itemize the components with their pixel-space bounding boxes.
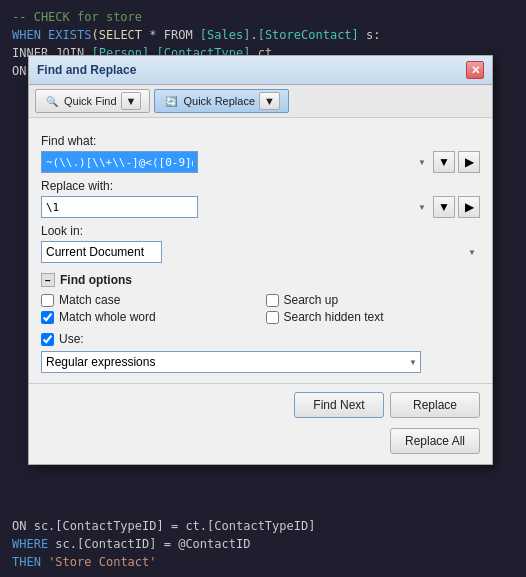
replace-with-dropdown-btn[interactable]: ▼ (433, 196, 455, 218)
match-whole-word-checkbox[interactable] (41, 311, 54, 324)
replace-icon: 🔄 (163, 93, 179, 109)
binoculars-icon: 🔍 (44, 93, 60, 109)
match-case-label: Match case (59, 293, 120, 307)
replace-with-input[interactable] (41, 196, 198, 218)
match-case-row: Match case (41, 293, 256, 307)
footer-second-row: Replace All (29, 428, 492, 464)
quick-replace-dropdown[interactable]: ▼ (259, 92, 280, 110)
quick-replace-button[interactable]: 🔄 Quick Replace ▼ (154, 89, 288, 113)
code-line-2: WHEN EXISTS(SELECT * FROM [Sales].[Store… (12, 26, 514, 44)
use-row: Use: (41, 332, 480, 346)
dialog-toolbar: 🔍 Quick Find ▼ 🔄 Quick Replace ▼ (29, 85, 492, 118)
replace-all-button[interactable]: Replace All (390, 428, 480, 454)
dialog-title: Find and Replace (37, 63, 136, 77)
collapse-options-btn[interactable]: − (41, 273, 55, 287)
dialog-titlebar: Find and Replace ✕ (29, 56, 492, 85)
dialog-close-button[interactable]: ✕ (466, 61, 484, 79)
search-up-row: Search up (266, 293, 481, 307)
bottom-line-1: ON sc.[ContactTypeID] = ct.[ContactTypeI… (12, 517, 514, 535)
match-whole-word-label: Match whole word (59, 310, 156, 324)
look-in-row: Current Document Current Block All Open … (41, 241, 480, 263)
find-what-dropdown-btn[interactable]: ▼ (433, 151, 455, 173)
search-hidden-checkbox[interactable] (266, 311, 279, 324)
quick-find-dropdown[interactable]: ▼ (121, 92, 142, 110)
find-next-button[interactable]: Find Next (294, 392, 384, 418)
use-checkbox[interactable] (41, 333, 54, 346)
find-what-row: ▼ ▶ (41, 151, 480, 173)
match-case-checkbox[interactable] (41, 294, 54, 307)
find-what-wrapper (41, 151, 430, 173)
find-what-input[interactable] (41, 151, 198, 173)
bottom-code: ON sc.[ContactTypeID] = ct.[ContactTypeI… (0, 511, 526, 577)
find-replace-dialog: Find and Replace ✕ 🔍 Quick Find ▼ 🔄 Quic… (28, 55, 493, 465)
look-in-select[interactable]: Current Document Current Block All Open … (41, 241, 162, 263)
match-whole-word-row: Match whole word (41, 310, 256, 324)
dialog-body: Find what: ▼ ▶ Replace with: ▼ ▶ Look in… (29, 118, 492, 383)
bottom-line-3: THEN 'Store Contact' (12, 553, 514, 571)
code-line-1: -- CHECK for store (12, 8, 514, 26)
look-in-label: Look in: (41, 224, 480, 238)
replace-with-action-btn[interactable]: ▶ (458, 196, 480, 218)
find-options-title: Find options (60, 273, 132, 287)
replace-with-row: ▼ ▶ (41, 196, 480, 218)
search-up-label: Search up (284, 293, 339, 307)
replace-with-wrapper (41, 196, 430, 218)
find-what-action-btn[interactable]: ▶ (458, 151, 480, 173)
search-hidden-label: Search hidden text (284, 310, 384, 324)
dialog-footer: Find Next Replace (29, 383, 492, 428)
search-hidden-row: Search hidden text (266, 310, 481, 324)
use-select-wrapper: Regular expressions Wildcards (41, 351, 421, 373)
bottom-line-2: WHERE sc.[ContactID] = @ContactID (12, 535, 514, 553)
quick-find-button[interactable]: 🔍 Quick Find ▼ (35, 89, 150, 113)
replace-button[interactable]: Replace (390, 392, 480, 418)
search-up-checkbox[interactable] (266, 294, 279, 307)
use-type-select[interactable]: Regular expressions Wildcards (41, 351, 421, 373)
find-what-label: Find what: (41, 134, 480, 148)
use-label: Use: (59, 332, 84, 346)
quick-replace-label: Quick Replace (183, 95, 255, 107)
replace-with-label: Replace with: (41, 179, 480, 193)
quick-find-label: Quick Find (64, 95, 117, 107)
look-in-wrapper: Current Document Current Block All Open … (41, 241, 480, 263)
find-options-header: − Find options (41, 273, 480, 287)
options-grid: Match case Search up Match whole word Se… (41, 293, 480, 324)
